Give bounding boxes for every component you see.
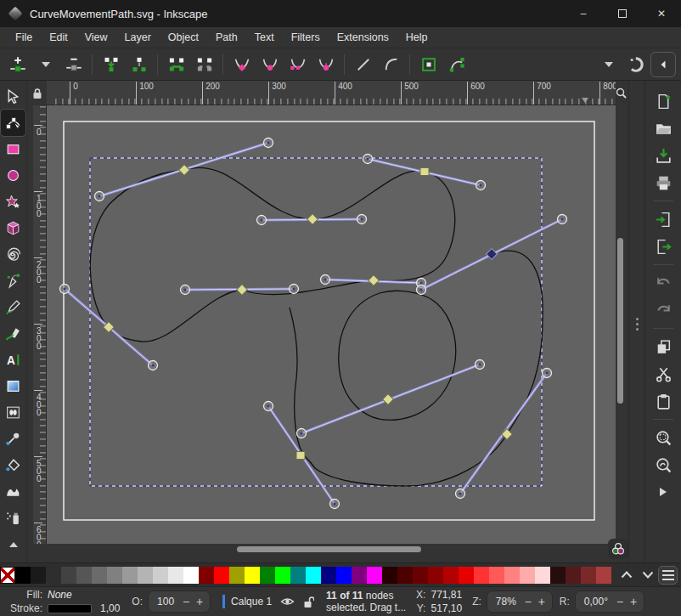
rectangle-tool[interactable] <box>1 136 25 162</box>
opacity-decrease-button[interactable]: − <box>179 595 193 608</box>
palette-swatch[interactable] <box>107 567 122 584</box>
save-document-button[interactable] <box>650 143 676 168</box>
zoom-spinner[interactable]: 78% − + <box>487 591 553 613</box>
snap-controls-button[interactable] <box>622 51 650 78</box>
segment-curve-button[interactable] <box>377 51 405 78</box>
palette-swatch[interactable] <box>153 567 168 584</box>
node-editor-tool[interactable] <box>1 110 25 136</box>
paint-bucket-tool[interactable] <box>1 452 25 478</box>
menu-file[interactable]: File <box>7 29 41 46</box>
object-to-path-button[interactable] <box>414 51 442 78</box>
maximize-button[interactable] <box>603 0 642 27</box>
delete-segment-button[interactable] <box>190 51 218 78</box>
opacity-spinner[interactable]: 100 − + <box>148 591 211 613</box>
cut-button[interactable] <box>650 361 676 387</box>
selector-tool[interactable] <box>1 83 25 110</box>
menu-edit[interactable]: Edit <box>41 29 76 46</box>
make-symmetric-button[interactable] <box>284 51 312 78</box>
quick-zoom-button[interactable] <box>615 84 627 101</box>
menu-object[interactable]: Object <box>160 29 207 46</box>
menu-text[interactable]: Text <box>246 29 283 46</box>
palette-swatch[interactable] <box>122 567 138 584</box>
layer-lock-toggle[interactable] <box>303 596 314 608</box>
close-button[interactable]: ✕ <box>642 0 681 27</box>
fill-stroke-indicator[interactable]: Fill: None Stroke: 1,00 <box>5 589 120 614</box>
minimize-button[interactable]: – <box>564 0 603 27</box>
palette-swatch[interactable] <box>489 567 504 584</box>
zoom-increase-button[interactable]: + <box>535 595 549 608</box>
new-document-button[interactable] <box>650 88 676 114</box>
palette-swatch[interactable] <box>275 567 290 584</box>
make-smooth-button[interactable] <box>256 51 284 78</box>
rotation-value[interactable]: 0,00° <box>579 596 613 608</box>
layer-visibility-toggle[interactable] <box>280 596 295 608</box>
palette-swatch[interactable] <box>474 567 489 584</box>
commandbar-overflow-button[interactable] <box>650 479 676 505</box>
palette-swatch[interactable] <box>229 567 245 584</box>
zoom-selection-button[interactable] <box>650 425 676 450</box>
mesh-gradient-tool[interactable] <box>1 399 25 426</box>
palette-swatch[interactable] <box>581 567 596 584</box>
ruler-corner[interactable] <box>27 81 47 105</box>
panel-divider[interactable] <box>628 81 645 562</box>
box-3d-tool[interactable] <box>1 215 25 241</box>
export-button[interactable] <box>650 234 676 259</box>
break-nodes-button[interactable] <box>125 51 153 78</box>
palette-swatch[interactable] <box>61 567 76 584</box>
stroke-color-swatch[interactable] <box>48 604 92 613</box>
menu-extensions[interactable]: Extensions <box>329 29 397 46</box>
palette-scroll-down-button[interactable] <box>638 566 659 585</box>
fill-value[interactable]: None <box>48 589 92 601</box>
paste-button[interactable] <box>650 388 676 414</box>
palette-swatch[interactable] <box>382 567 397 584</box>
horizontal-ruler[interactable]: 0100200300400500600700800 <box>47 81 616 105</box>
palette-swatch[interactable] <box>413 567 428 584</box>
stroke-to-path-button[interactable] <box>442 51 470 78</box>
palette-swatch[interactable] <box>397 567 413 584</box>
rotation-spinner[interactable]: 0,00° − + <box>575 591 644 613</box>
palette-swatch[interactable] <box>214 567 229 584</box>
palette-swatch[interactable] <box>260 567 275 584</box>
tweak-tool[interactable] <box>1 478 25 505</box>
menu-view[interactable]: View <box>76 29 116 46</box>
drawing-canvas[interactable] <box>47 105 616 544</box>
vertical-scrollbar[interactable] <box>616 105 626 544</box>
path-node-square[interactable] <box>296 452 305 460</box>
stroke-width-value[interactable]: 1,00 <box>100 602 120 614</box>
palette-swatch[interactable] <box>168 567 183 584</box>
zoom-drawing-button[interactable] <box>650 452 676 478</box>
layer-name[interactable]: Calque 1 <box>231 596 272 608</box>
palette-swatch[interactable] <box>336 567 352 584</box>
menu-help[interactable]: Help <box>397 29 436 46</box>
palette-swatch[interactable] <box>504 567 520 584</box>
insert-node-button[interactable] <box>3 51 31 78</box>
text-tool[interactable]: A <box>1 347 25 373</box>
zoom-decrease-button[interactable]: − <box>521 595 535 608</box>
opacity-increase-button[interactable]: + <box>193 595 206 608</box>
spray-tool[interactable] <box>1 505 25 531</box>
delete-node-button[interactable] <box>59 51 87 78</box>
palette-swatch[interactable] <box>550 567 566 584</box>
menu-filters[interactable]: Filters <box>283 29 329 46</box>
palette-swatch[interactable] <box>352 567 367 584</box>
calligraphy-tool[interactable] <box>1 320 25 347</box>
menu-layer[interactable]: Layer <box>116 29 160 46</box>
rotation-decrease-button[interactable]: − <box>613 595 627 608</box>
palette-swatch[interactable] <box>245 567 260 584</box>
palette-swatch-none[interactable] <box>0 567 15 584</box>
copy-button[interactable] <box>650 334 676 359</box>
palette-swatch[interactable] <box>306 567 321 584</box>
palette-swatch[interactable] <box>76 567 92 584</box>
vertical-ruler[interactable]: 0100200300400500600 <box>33 105 47 544</box>
star-tool[interactable] <box>1 189 25 215</box>
make-auto-smooth-button[interactable] <box>312 51 340 78</box>
palette-swatch[interactable] <box>520 567 535 584</box>
make-corner-button[interactable] <box>228 51 256 78</box>
x-coord-options-button[interactable] <box>594 51 622 78</box>
ellipse-tool[interactable] <box>1 162 25 189</box>
gradient-tool[interactable] <box>1 373 25 399</box>
palette-swatch[interactable] <box>367 567 382 584</box>
redo-button[interactable] <box>650 297 676 323</box>
undo-button[interactable] <box>650 270 676 296</box>
palette-swatch[interactable] <box>46 567 61 584</box>
